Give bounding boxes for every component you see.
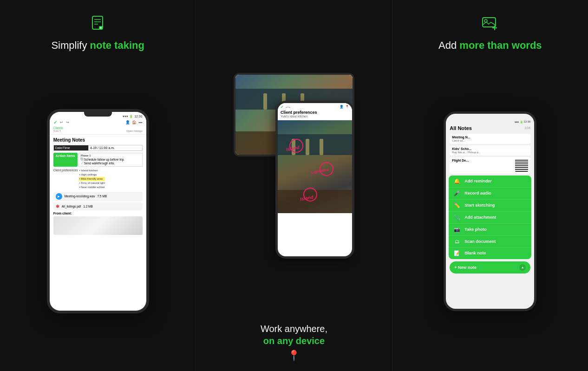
phone-left: ▾▾▾ 🔋 12:30 ✓ ↩ ↪ 👤 🏠 ••• xyxy=(47,109,149,313)
rp-signal-icon: ▾▾▾ xyxy=(515,120,519,124)
phone-mockup-right: ▾▾▾ 🔋 12:30 All Notes 104 Meeting N... C… xyxy=(444,61,536,362)
scan-icon: 🗂 xyxy=(453,239,461,244)
play-button[interactable]: ▶ xyxy=(56,193,62,200)
right-phone-screen: ▾▾▾ 🔋 12:30 All Notes 104 Meeting N... C… xyxy=(446,114,534,309)
rp-all-notes-label: All Notes xyxy=(450,125,472,131)
action-items-row: Action Items Phase 1 Schedule follow up … xyxy=(53,153,143,167)
panel-left-title: Simplify note taking xyxy=(51,39,144,52)
note-link: Open listings xyxy=(126,130,143,132)
menu-item-start-sketching[interactable]: ✏️ Start sketching xyxy=(449,200,531,212)
menu-label-take-photo: Take photo xyxy=(464,227,486,232)
pdf-icon: ✱ xyxy=(56,204,59,209)
pref-item-2: • High ceilings xyxy=(79,173,105,177)
rp-notes-list: Meeting N... Client wr... Kids' Scho... … xyxy=(446,134,534,174)
mp-checkmark: ✓ xyxy=(281,105,284,109)
note-title: Meeting Notes xyxy=(53,137,143,143)
wifi-icon: ▾▾▾ xyxy=(123,115,128,118)
share-icon: 🏠 xyxy=(132,120,137,124)
mp-note-sub: Yuki's ideal kitchen xyxy=(281,115,349,118)
task-item-2: ✓ Send walkthrough info. xyxy=(81,162,140,165)
task-checkbox-1[interactable] xyxy=(81,158,83,160)
from-client-label: From client: xyxy=(53,212,143,215)
redo-icon: ↪ xyxy=(66,120,69,124)
note-taking-icon xyxy=(88,13,108,33)
rp-note-preview-1: Client wr... xyxy=(452,139,528,142)
rp-qr-thumbnail xyxy=(515,159,528,172)
audio-filesize: 7.5 MB xyxy=(97,195,107,198)
rp-note-item-2: Kids' Scho... Ray has a... Pickup p... xyxy=(450,145,530,156)
note-table: Date/Time 4-19 / 11:00 a.m. xyxy=(53,145,143,151)
mic-icon: 🎤 xyxy=(453,190,461,196)
phone-cabinet xyxy=(278,134,352,155)
phone-mockup-left: ▾▾▾ 🔋 12:30 ✓ ↩ ↪ 👤 🏠 ••• xyxy=(47,61,149,362)
menu-item-record-audio[interactable]: 🎤 Record audio xyxy=(449,188,531,200)
menu-item-add-attachment[interactable]: 📎 Add attachment xyxy=(449,212,531,224)
blank-note-icon: 📝 xyxy=(453,250,461,256)
pdf-filename: All_listings.pdf xyxy=(62,205,81,208)
menu-label-scan-document: Scan document xyxy=(464,239,496,244)
device-stack: Client preferences Yuki's ideal kitchen xyxy=(234,73,354,259)
action-items-content: Phase 1 Schedule follow up before trip. … xyxy=(78,153,143,167)
phone-pendant-2 xyxy=(306,139,309,155)
attachment-icon: 📎 xyxy=(453,215,461,221)
mp-pin-icon: 📍 xyxy=(345,105,349,109)
phone-notch xyxy=(84,112,112,117)
time: 12:30 xyxy=(134,115,143,118)
table-value-datetime: 4-19 / 11:00 a.m. xyxy=(88,145,142,150)
table-header-datetime: Date/Time xyxy=(53,145,88,150)
image-attach-icon xyxy=(480,13,500,33)
client-image-thumbnail xyxy=(53,216,143,235)
panel-work-anywhere: Client preferences Yuki's ideal kitchen xyxy=(196,0,392,371)
green-action-menu: 🔔 Add reminder 🎤 Record audio ✏️ Start s… xyxy=(449,176,531,259)
location-icon: 📍 xyxy=(287,350,300,362)
mp-undo: ↩↪ xyxy=(286,105,290,109)
panel-simplify-notes: Simplify note taking ▾▾▾ 🔋 12:30 ✓ ↩ ↪ xyxy=(0,0,196,371)
prefs-list: • Island kitchen • High ceilings • Bike-… xyxy=(79,169,105,189)
panel-middle-tagline: Work anywhere, on any device xyxy=(261,323,327,347)
note-body: Meeting Notes Date/Time 4-19 / 11:00 a.m… xyxy=(50,135,146,238)
middle-phone-screen: ✓ ↩↪ 👤 📍 Client preferences Yuki's ideal… xyxy=(278,103,352,256)
rp-note-title-1: Meeting N... xyxy=(452,136,528,139)
bell-icon: 🔔 xyxy=(453,178,461,184)
phone-pendant-3 xyxy=(320,139,323,155)
new-note-button[interactable]: + New note ▲ xyxy=(450,261,530,273)
middle-phone-header: ✓ ↩↪ 👤 📍 Client preferences Yuki's ideal… xyxy=(278,103,352,120)
pdf-filesize: 1.2 MB xyxy=(83,205,93,208)
pref-item-4: • Tons of natural light xyxy=(79,181,105,185)
checkmark-icon: ✓ xyxy=(53,120,57,125)
rp-notes-count: 104 xyxy=(524,126,530,130)
rp-battery-icon: 🔋 xyxy=(520,120,523,124)
rp-note-item-3: Flight De... xyxy=(450,157,530,174)
new-note-label: + New note xyxy=(454,265,477,270)
note-meta: Yuki T. Open listings xyxy=(53,130,143,132)
mp-icons: 👤 📍 xyxy=(340,105,349,109)
pdf-file-row: ✱ All_listings.pdf 1.2 MB xyxy=(53,202,143,210)
rp-header: ▾▾▾ 🔋 12:30 All Notes 104 xyxy=(446,114,534,134)
rp-note-preview-2: Ray has a... Pickup p... xyxy=(452,151,528,154)
menu-item-take-photo[interactable]: 📷 Take photo xyxy=(449,224,531,236)
client-prefs: Client preferences • Island kitchen • Hi… xyxy=(53,169,143,189)
sketch-icon: ✏️ xyxy=(453,202,461,208)
phase-label: Phase 1 xyxy=(81,154,140,157)
phone-screen-left: ▾▾▾ 🔋 12:30 ✓ ↩ ↪ 👤 🏠 ••• xyxy=(50,112,146,311)
task-item-1: Schedule follow up before trip. xyxy=(81,158,140,161)
battery-icon: 🔋 xyxy=(129,115,133,118)
toolbar-icons-right: 👤 🏠 ••• xyxy=(125,120,142,124)
menu-label-start-sketching: Start sketching xyxy=(464,203,495,208)
note-toolbar: ✓ ↩ ↪ 👤 🏠 ••• xyxy=(53,120,143,125)
breadcrumb: Clients xyxy=(53,126,143,130)
rp-time: 12:30 xyxy=(523,120,530,124)
prefs-label: Client preferences xyxy=(53,169,78,189)
menu-label-record-audio: Record audio xyxy=(464,191,491,195)
action-items-button[interactable]: Action Items xyxy=(53,153,78,167)
mp-note-title: Client preferences xyxy=(281,110,349,115)
undo-icon: ↩ xyxy=(60,120,63,124)
rp-status-bar: ▾▾▾ 🔋 12:30 xyxy=(450,120,530,124)
menu-item-blank-note[interactable]: 📝 Blank note xyxy=(449,247,531,259)
menu-item-scan-document[interactable]: 🗂 Scan document xyxy=(449,236,531,247)
rp-note-item-1: Meeting N... Client wr... xyxy=(450,134,530,144)
menu-item-add-reminder[interactable]: 🔔 Add reminder xyxy=(449,176,531,188)
panel-add-words: Add more than words ▾▾▾ 🔋 12:30 All Note… xyxy=(392,0,588,371)
more-icon: ••• xyxy=(138,120,142,124)
rp-note-title-3: Flight De... xyxy=(452,159,514,162)
